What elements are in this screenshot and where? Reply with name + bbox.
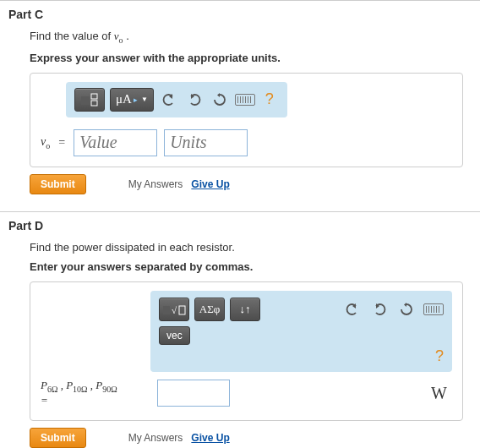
part-c-input-row: vo = bbox=[41, 129, 452, 156]
prompt-prefix: Find the value of bbox=[30, 30, 114, 42]
part-d-input-row: P6Ω , P10Ω , P90Ω= W bbox=[41, 379, 452, 408]
s3: 90Ω bbox=[102, 384, 117, 393]
svg-rect-1 bbox=[81, 96, 90, 105]
part-d-title: Part D bbox=[8, 219, 480, 232]
svg-rect-4 bbox=[163, 306, 170, 314]
variable-label: vo bbox=[41, 135, 50, 150]
part-c-title: Part C bbox=[8, 8, 480, 21]
part-d-instruction: Enter your answers separated by commas. bbox=[30, 260, 463, 273]
help-button[interactable]: ? bbox=[260, 90, 279, 108]
s2: 10Ω bbox=[73, 384, 87, 393]
p1: P bbox=[41, 379, 47, 391]
part-d-answer-box: √ ΑΣφ ↓↑ bbox=[30, 281, 463, 421]
help-button[interactable]: ? bbox=[435, 347, 444, 365]
my-answers-label: My Answers bbox=[128, 432, 183, 444]
reset-button[interactable] bbox=[396, 299, 417, 320]
sort-button[interactable]: ↓↑ bbox=[230, 298, 260, 321]
greek-label: ΑΣφ bbox=[199, 303, 220, 316]
part-c-toolbar: μA ▸ ▼ ? bbox=[66, 82, 287, 117]
part-c-actions: Submit My Answers Give Up bbox=[30, 174, 463, 194]
part-c-body: Find the value of vo . Express your answ… bbox=[30, 30, 463, 194]
units-input[interactable] bbox=[164, 129, 248, 156]
p2: P bbox=[66, 379, 73, 391]
vec-button[interactable]: vec bbox=[159, 326, 190, 345]
part-d-prompt: Find the power dissipated in each resist… bbox=[30, 241, 463, 254]
svg-text:√: √ bbox=[172, 305, 177, 315]
svg-rect-6 bbox=[179, 306, 185, 314]
submit-button[interactable]: Submit bbox=[30, 428, 86, 448]
redo-button[interactable] bbox=[369, 299, 390, 320]
part-d-actions: Submit My Answers Give Up bbox=[30, 428, 463, 448]
part-d-body: Find the power dissipated in each resist… bbox=[30, 241, 463, 448]
give-up-link[interactable]: Give Up bbox=[191, 432, 229, 444]
s1: 6Ω bbox=[47, 384, 57, 393]
prompt-suffix: . bbox=[123, 30, 129, 42]
variable-label: P6Ω , P10Ω , P90Ω= bbox=[41, 379, 149, 408]
undo-button[interactable] bbox=[159, 90, 179, 110]
equals: = bbox=[58, 136, 65, 150]
c2: , bbox=[88, 379, 96, 391]
unit-label: μA bbox=[116, 92, 132, 107]
template-button[interactable]: √ bbox=[159, 298, 189, 321]
part-d-toolbar: √ ΑΣφ ↓↑ bbox=[150, 291, 452, 372]
redo-button[interactable] bbox=[184, 90, 205, 110]
svg-rect-3 bbox=[91, 101, 97, 106]
sort-icon: ↓↑ bbox=[240, 303, 251, 315]
var-sub: o bbox=[46, 140, 50, 150]
undo-button[interactable] bbox=[342, 299, 363, 320]
svg-rect-2 bbox=[91, 94, 97, 99]
keyboard-icon bbox=[235, 94, 255, 106]
value-input[interactable] bbox=[74, 129, 157, 156]
keyboard-button[interactable] bbox=[423, 299, 444, 320]
give-up-link[interactable]: Give Up bbox=[191, 178, 229, 190]
part-d: Part D Find the power dissipated in each… bbox=[0, 211, 480, 448]
value-input[interactable] bbox=[157, 380, 230, 407]
greek-button[interactable]: ΑΣφ bbox=[194, 298, 225, 321]
eq: = bbox=[41, 394, 48, 407]
my-answers-label: My Answers bbox=[128, 178, 183, 190]
submit-button[interactable]: Submit bbox=[30, 174, 86, 194]
template-button[interactable] bbox=[74, 88, 105, 112]
unit-dropdown[interactable]: μA ▸ ▼ bbox=[110, 88, 154, 112]
reset-button[interactable] bbox=[210, 90, 230, 110]
keyboard-button[interactable] bbox=[235, 90, 255, 110]
unit-label: W bbox=[431, 384, 447, 403]
part-c-prompt: Find the value of vo . bbox=[30, 30, 463, 45]
chevron-down-icon: ▼ bbox=[141, 96, 148, 103]
part-c: Part C Find the value of vo . Express yo… bbox=[0, 0, 480, 211]
part-c-instruction: Express your answer with the appropriate… bbox=[30, 52, 463, 64]
keyboard-icon bbox=[423, 303, 444, 315]
part-c-answer-box: μA ▸ ▼ ? vo bbox=[30, 73, 463, 167]
c1: , bbox=[57, 379, 66, 391]
